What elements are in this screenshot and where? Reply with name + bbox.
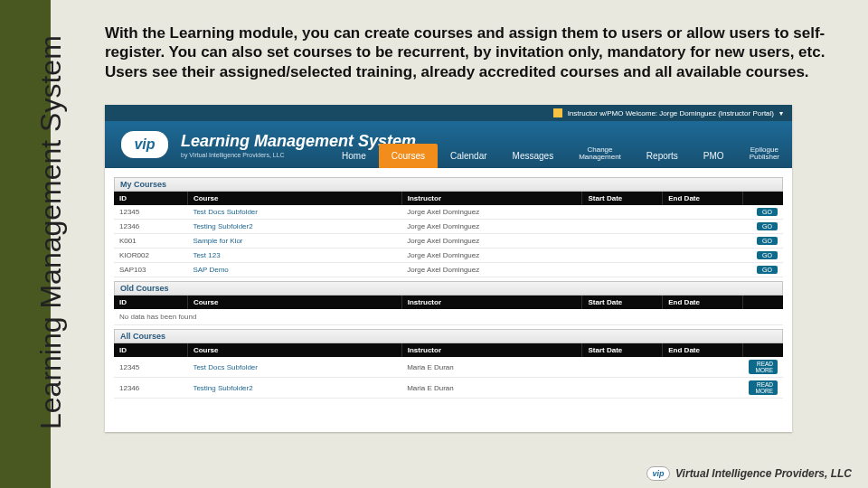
footer-vip-logo: vip <box>646 466 670 481</box>
table-row: 12345Test Docs SubfolderJorge Axel Domin… <box>114 205 783 220</box>
nav-epilogue-publisher[interactable]: EpiloguePublisher <box>737 139 792 168</box>
content-area: My Courses ID Course Instructor Start Da… <box>105 168 792 399</box>
table-row: 12346Testing Subfolder2Maria E DuranREAD… <box>114 378 783 399</box>
user-badge-icon <box>553 108 562 117</box>
app-header: vip Learning Management System by Virtua… <box>105 121 792 168</box>
cell-course: Testing Subfolder2 <box>187 220 401 234</box>
cell-end <box>663 249 743 263</box>
my-courses-table: ID Course Instructor Start Date End Date… <box>114 192 783 277</box>
nav-change-management[interactable]: ChangeManagement <box>566 139 634 168</box>
cell-instructor: Jorge Axel Dominguez <box>401 234 582 249</box>
nav-pmo[interactable]: PMO <box>691 144 737 168</box>
cell-end <box>663 234 743 249</box>
cell-action: GO <box>743 220 783 234</box>
cell-end <box>663 357 743 378</box>
cell-id: 12345 <box>114 205 187 220</box>
cell-action: GO <box>743 263 783 277</box>
cell-action: GO <box>743 249 783 263</box>
col-id: ID <box>114 192 187 205</box>
col-action <box>743 192 783 205</box>
nav-calendar[interactable]: Calendar <box>438 144 500 168</box>
cell-start <box>582 205 663 220</box>
course-link[interactable]: SAP Demo <box>193 266 228 274</box>
course-link[interactable]: Sample for Kior <box>193 237 242 245</box>
cell-start <box>582 249 663 263</box>
course-link[interactable]: Test 123 <box>193 251 220 259</box>
course-link[interactable]: Test Docs Subfolder <box>193 363 258 371</box>
cell-action: READ MORE <box>743 378 783 399</box>
slide-footer: vip Virtual Intelligence Providers, LLC <box>646 466 852 481</box>
read-more-button[interactable]: READ MORE <box>749 380 778 395</box>
go-button[interactable]: GO <box>757 266 778 274</box>
col-start: Start Date <box>582 192 663 205</box>
cell-course: Test Docs Subfolder <box>187 357 401 378</box>
col-course: Course <box>187 192 401 205</box>
cell-id: 12346 <box>114 220 187 234</box>
app-topbar: Instructor w/PMO Welcome: Jorge Domingue… <box>105 105 792 121</box>
cell-start <box>582 220 663 234</box>
cell-action: GO <box>743 205 783 220</box>
cell-instructor: Maria E Duran <box>401 357 582 378</box>
cell-instructor: Maria E Duran <box>401 378 582 399</box>
welcome-text: Instructor w/PMO Welcome: Jorge Domingue… <box>568 109 774 117</box>
cell-end <box>663 220 743 234</box>
cell-start <box>582 263 663 277</box>
nav-messages[interactable]: Messages <box>500 144 567 168</box>
cell-end <box>663 205 743 220</box>
cell-instructor: Jorge Axel Dominguez <box>401 220 582 234</box>
chevron-down-icon[interactable]: ▾ <box>779 109 783 117</box>
cell-id: KIOR002 <box>114 249 187 263</box>
nav-courses[interactable]: Courses <box>379 144 438 168</box>
cell-instructor: Jorge Axel Dominguez <box>401 205 582 220</box>
section-all-courses-head: All Courses <box>114 329 783 343</box>
go-button[interactable]: GO <box>757 251 778 259</box>
go-button[interactable]: GO <box>757 222 778 230</box>
cell-instructor: Jorge Axel Dominguez <box>401 249 582 263</box>
nav-reports[interactable]: Reports <box>634 144 691 168</box>
intro-text: With the Learning module, you can create… <box>105 23 846 81</box>
cell-id: K001 <box>114 234 187 249</box>
footer-text: Virtual Intelligence Providers, LLC <box>675 467 852 480</box>
cell-end <box>663 378 743 399</box>
cell-course: Test 123 <box>187 249 401 263</box>
cell-course: Testing Subfolder2 <box>187 378 401 399</box>
slide-title: Learning Management System <box>34 35 68 429</box>
course-link[interactable]: Test Docs Subfolder <box>193 208 258 216</box>
cell-action: READ MORE <box>743 357 783 378</box>
course-link[interactable]: Testing Subfolder2 <box>193 222 252 230</box>
lms-app: Instructor w/PMO Welcome: Jorge Domingue… <box>105 105 792 432</box>
cell-course: Test Docs Subfolder <box>187 205 401 220</box>
cell-course: Sample for Kior <box>187 234 401 249</box>
read-more-button[interactable]: READ MORE <box>749 360 778 374</box>
table-row: KIOR002Test 123Jorge Axel DominguezGO <box>114 249 783 263</box>
all-courses-table: ID Course Instructor Start Date End Date… <box>114 343 783 399</box>
course-link[interactable]: Testing Subfolder2 <box>193 384 252 392</box>
cell-instructor: Jorge Axel Dominguez <box>401 263 582 277</box>
table-row: K001Sample for KiorJorge Axel DominguezG… <box>114 234 783 249</box>
col-instructor: Instructor <box>401 192 582 205</box>
table-row: SAP103SAP DemoJorge Axel DominguezGO <box>114 263 783 277</box>
col-end: End Date <box>663 192 743 205</box>
cell-id: 12346 <box>114 378 187 399</box>
cell-end <box>663 263 743 277</box>
go-button[interactable]: GO <box>757 208 778 216</box>
section-old-courses-head: Old Courses <box>114 281 783 296</box>
cell-start <box>582 234 663 249</box>
cell-start <box>582 378 663 399</box>
table-row: 12346Testing Subfolder2Jorge Axel Doming… <box>114 220 783 234</box>
cell-start <box>582 357 663 378</box>
cell-action: GO <box>743 234 783 249</box>
main-nav: Home Courses Calendar Messages ChangeMan… <box>329 121 792 168</box>
go-button[interactable]: GO <box>757 237 778 245</box>
old-courses-table: ID Course Instructor Start Date End Date <box>114 296 783 309</box>
table-row: 12345Test Docs SubfolderMaria E DuranREA… <box>114 357 783 378</box>
cell-id: 12345 <box>114 357 187 378</box>
cell-id: SAP103 <box>114 263 187 277</box>
section-my-courses-head: My Courses <box>114 177 783 192</box>
nav-home[interactable]: Home <box>329 144 379 168</box>
cell-course: SAP Demo <box>187 263 401 277</box>
vip-logo: vip <box>121 131 168 158</box>
old-courses-empty: No data has been found <box>114 309 783 325</box>
